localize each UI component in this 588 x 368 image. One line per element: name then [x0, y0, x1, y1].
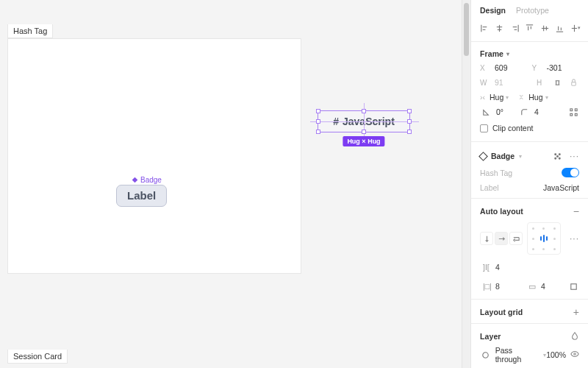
autolayout-padding-row: |□|8 ▭4 — [471, 277, 588, 296]
resize-handle-mr[interactable] — [407, 119, 412, 124]
svg-point-30 — [559, 158, 561, 159]
autolayout-more-icon[interactable]: ··· — [570, 233, 579, 244]
align-top-icon[interactable] — [524, 22, 536, 34]
prop-label-label: Label — [480, 183, 499, 192]
resize-handle-bm[interactable] — [362, 130, 366, 134]
frame-rotation-row: 0° 4 — [471, 104, 588, 120]
layer-blendmode-icon[interactable] — [570, 331, 579, 342]
gap-icon: ]I[ — [483, 263, 492, 272]
autolayout-title: Auto layout — [480, 207, 523, 216]
resize-handle-tl[interactable] — [316, 109, 320, 113]
gap-value[interactable]: 4 — [495, 263, 500, 272]
value-rotation[interactable]: 0° — [496, 107, 503, 116]
resize-v-value[interactable]: Hug — [528, 93, 542, 102]
resize-h-icon: ›‹ — [480, 93, 485, 102]
scrollbar-thumb[interactable] — [464, 3, 469, 56]
swap-instance-icon[interactable] — [552, 150, 564, 162]
component-instance-icon — [478, 152, 488, 161]
guide-horizontal — [310, 121, 419, 122]
tab-prototype[interactable]: Prototype — [516, 6, 549, 15]
resize-handle-tm[interactable] — [362, 109, 366, 113]
prop-label-value[interactable]: JavaScript — [543, 183, 579, 192]
visibility-icon[interactable] — [570, 350, 579, 360]
svg-point-33 — [574, 353, 576, 355]
label-y: Y — [532, 64, 542, 72]
blend-value[interactable]: Pass through — [495, 346, 540, 364]
resize-h-value[interactable]: Hug — [490, 93, 503, 102]
section-autolayout: Auto layout − — [471, 202, 588, 219]
resize-handle-ml[interactable] — [316, 119, 320, 124]
svg-point-28 — [557, 155, 559, 157]
clip-content-checkbox[interactable] — [480, 124, 488, 132]
prop-hashtag-row: Hash Tag — [471, 165, 588, 180]
svg-rect-31 — [570, 283, 576, 289]
layoutgrid-add-icon[interactable]: + — [573, 307, 579, 317]
clip-content-label: Clip content — [492, 124, 533, 132]
prop-hashtag-toggle[interactable] — [562, 168, 579, 177]
clip-content-row[interactable]: Clip content — [471, 120, 588, 138]
svg-point-26 — [555, 153, 556, 155]
section-component: Badge ▾ ··· — [471, 145, 588, 165]
align-right-icon[interactable] — [509, 22, 520, 34]
autolayout-direction-row: ··· — [471, 219, 588, 258]
resize-handle-bl[interactable] — [316, 130, 320, 134]
resize-handle-tr[interactable] — [407, 109, 412, 113]
resize-mode-pill: Hug × Hug — [343, 136, 384, 146]
al-alignment-grid[interactable] — [527, 222, 561, 255]
canvas[interactable]: Hash Tag Badge Label # JavaScript — [0, 0, 462, 368]
ratio-lock-icon[interactable] — [567, 77, 579, 88]
value-radius[interactable]: 4 — [534, 107, 539, 116]
blend-icon — [480, 349, 492, 361]
inspector-tabs: Design Prototype — [471, 0, 588, 19]
value-w[interactable]: 91 — [495, 78, 532, 87]
frame-resize-row: ›‹ Hug▾ ›‹ Hug▾ — [471, 91, 588, 104]
frame-label-hashtag[interactable]: Hash Tag — [7, 24, 53, 38]
selected-instance[interactable]: # JavaScript Hug × Hug — [318, 110, 410, 132]
align-toolbar: ▾ — [471, 19, 588, 38]
svg-rect-23 — [575, 108, 577, 110]
al-wrap-icon[interactable] — [509, 232, 523, 245]
align-vcenter-icon[interactable] — [539, 22, 551, 34]
svg-rect-25 — [575, 113, 577, 116]
svg-rect-22 — [570, 108, 572, 110]
prop-hashtag-label: Hash Tag — [480, 169, 512, 177]
prop-label-row: Label JavaScript — [471, 180, 588, 195]
align-hcenter-icon[interactable] — [494, 22, 506, 34]
section-layoutgrid: Layout grid + — [471, 302, 588, 320]
pad-detail-icon[interactable] — [567, 280, 579, 292]
resize-handle-br[interactable] — [407, 130, 412, 134]
frame-hashtag[interactable]: Badge Label — [7, 38, 301, 274]
pad-v-value[interactable]: 4 — [541, 282, 545, 291]
al-horizontal-icon[interactable] — [495, 232, 508, 245]
panel-scrollbar[interactable] — [462, 0, 470, 368]
selected-instance-box[interactable]: # JavaScript — [318, 110, 410, 132]
align-bottom-icon[interactable] — [554, 22, 566, 34]
component-name[interactable]: Badge — [491, 152, 514, 160]
frame-title: Frame — [480, 49, 503, 58]
svg-point-27 — [559, 153, 561, 155]
radius-icon — [518, 106, 530, 118]
align-distribute-icon[interactable]: ▾ — [569, 22, 581, 34]
opacity-value[interactable]: 100% — [546, 350, 566, 359]
align-left-icon[interactable] — [478, 22, 490, 34]
chevron-down-icon[interactable]: ▾ — [506, 51, 509, 57]
constrain-icon[interactable] — [551, 77, 563, 88]
layer-title: Layer — [480, 332, 501, 341]
inspector-panel: Design Prototype ▾ Frame▾ X 609 Y -301 W… — [470, 0, 588, 368]
component-more-icon[interactable]: ··· — [570, 151, 579, 161]
chevron-down-icon[interactable]: ▾ — [519, 153, 522, 160]
autolayout-remove-icon[interactable]: − — [573, 206, 579, 216]
svg-point-29 — [555, 158, 556, 159]
corner-detail-icon[interactable] — [567, 106, 579, 118]
value-x[interactable]: 609 — [495, 63, 528, 72]
badge-chip[interactable]: Label — [116, 185, 167, 207]
tab-design[interactable]: Design — [480, 6, 506, 15]
pad-h-value[interactable]: 8 — [495, 282, 500, 291]
canvas-node-label[interactable]: Badge — [132, 176, 162, 184]
label-w: W — [480, 79, 490, 87]
svg-rect-21 — [571, 82, 576, 85]
value-y[interactable]: -301 — [547, 63, 580, 72]
frame-label-sessioncard[interactable]: Session Card — [7, 350, 68, 364]
al-vertical-icon[interactable] — [480, 232, 493, 245]
svg-rect-24 — [570, 113, 572, 116]
